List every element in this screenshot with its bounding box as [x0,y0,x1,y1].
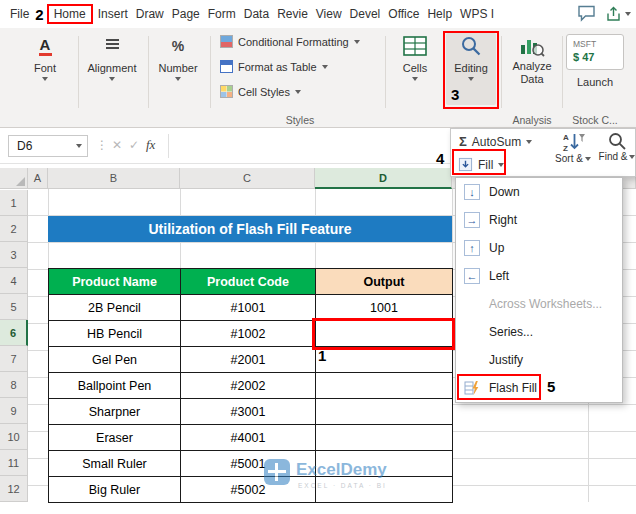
cell-d8[interactable] [315,372,453,399]
row-header-6[interactable]: 6 [0,320,28,346]
cancel-icon[interactable]: ✕ [112,138,122,152]
arrow-down-icon: ↓ [464,184,480,200]
row-header-2[interactable]: 2 [0,216,28,242]
fill-menu-left[interactable]: ← Left [456,262,622,290]
title-banner[interactable]: Utilization of Flash Fill Feature [48,216,452,242]
arrow-right-icon: → [464,212,480,228]
fill-button[interactable]: Fill [458,157,504,172]
autosum-button[interactable]: Σ AutoSum [459,134,532,149]
share-icon [605,6,622,22]
menu-view[interactable]: View [312,7,346,21]
cell-b6[interactable]: HB Pencil [48,320,181,347]
conditional-formatting-button[interactable]: Conditional Formatting [220,35,360,48]
alignment-button[interactable]: Alignment [84,33,140,81]
name-box-dropdown-icon[interactable] [76,144,82,148]
number-button[interactable]: % Number [152,33,204,81]
cell-b10[interactable]: Eraser [48,424,181,451]
cell-c7[interactable]: #2001 [180,346,316,373]
analyze-data-button[interactable]: Analyze Data [504,33,560,85]
menu-wps[interactable]: WPS I [456,7,498,21]
select-all-corner[interactable] [0,168,28,189]
cell-d5[interactable]: 1001 [315,294,453,321]
cell-d6[interactable] [315,320,453,347]
menu-help[interactable]: Help [423,7,456,21]
menu-formulas[interactable]: Form [204,7,240,21]
row-header-1[interactable]: 1 [0,190,28,216]
stock-group-label: Stock C... [558,114,632,126]
share-button[interactable] [605,6,631,22]
row-header-12[interactable]: 12 [0,476,28,502]
table-header-product-code[interactable]: Product Code [180,268,316,295]
find-select-button[interactable]: Find & [595,131,636,162]
divider [168,134,169,158]
cell-c5[interactable]: #1001 [180,294,316,321]
menu-review[interactable]: Revie [273,7,312,21]
autosum-label: AutoSum [472,135,521,149]
menu-insert[interactable]: Insert [94,7,132,21]
menu-page[interactable]: Page [168,7,204,21]
column-header-a[interactable]: A [28,168,48,189]
cell-c6[interactable]: #1002 [180,320,316,347]
cell-b9[interactable]: Sharpner [48,398,181,425]
cell-b12[interactable]: Big Ruler [48,476,181,503]
cell-d10[interactable] [315,424,453,451]
insert-function-button[interactable]: fx [146,137,155,153]
sigma-icon: Σ [459,134,467,149]
row-header-9[interactable]: 9 [0,398,28,424]
cell-b7[interactable]: Gel Pen [48,346,181,373]
row-header-5[interactable]: 5 [0,294,28,320]
fill-menu-right[interactable]: → Right [456,206,622,234]
chevron-down-icon [526,140,532,144]
fill-menu-series-label: Series... [489,325,533,339]
row-header-11[interactable]: 11 [0,450,28,476]
table-header-output[interactable]: Output [315,268,453,295]
sort-filter-button[interactable]: AZ Sort & [551,131,595,164]
cells-button[interactable]: Cells [390,33,440,81]
cell-d12[interactable] [315,476,453,503]
cell-d11[interactable] [315,450,453,477]
menu-office[interactable]: Office [384,7,423,21]
column-header-d[interactable]: D [315,168,452,189]
row-header-10[interactable]: 10 [0,424,28,450]
menu-data[interactable]: Data [240,7,273,21]
fill-menu-up[interactable]: ↑ Up [456,234,622,262]
row-header-3[interactable]: 3 [0,242,28,268]
annotation-step-3: 3 [451,86,459,103]
fill-menu-left-label: Left [489,269,509,283]
menu-developer[interactable]: Devel [346,7,385,21]
launch-button[interactable]: Launch [566,76,624,88]
cell-c9[interactable]: #3001 [180,398,316,425]
column-header-c[interactable]: C [180,168,315,189]
svg-text:A: A [563,133,569,142]
cell-b11[interactable]: Small Ruler [48,450,181,477]
font-button[interactable]: A Font [20,33,70,81]
fill-menu-flash-fill[interactable]: Flash Fill [456,374,622,402]
enter-icon[interactable]: ✓ [129,138,139,152]
menu-file[interactable]: File [6,7,33,21]
cell-d7[interactable] [315,346,453,373]
cell-d9[interactable] [315,398,453,425]
cell-c12[interactable]: #5002 [180,476,316,503]
cell-b5[interactable]: 2B Pencil [48,294,181,321]
row-header-7[interactable]: 7 [0,346,28,372]
fill-menu-justify[interactable]: Justify [456,346,622,374]
stock-quote-card[interactable]: MSFT $ 47 [566,34,624,70]
row-header-4[interactable]: 4 [0,268,28,294]
menu-draw[interactable]: Draw [132,7,168,21]
row-header-8[interactable]: 8 [0,372,28,398]
menu-home[interactable]: Home [47,4,93,24]
font-label: Font [34,62,56,74]
name-box[interactable]: D6 [8,135,88,157]
comment-icon[interactable] [577,5,596,22]
cell-c11[interactable]: #5001 [180,450,316,477]
cell-c8[interactable]: #2002 [180,372,316,399]
cell-b8[interactable]: Ballpoint Pen [48,372,181,399]
table-header-product-name[interactable]: Product Name [48,268,181,295]
column-header-b[interactable]: B [48,168,180,189]
fill-menu-down[interactable]: ↓ Down [456,178,622,206]
fill-menu-series[interactable]: Series... [456,318,622,346]
format-as-table-button[interactable]: Format as Table [220,60,328,73]
cell-c10[interactable]: #4001 [180,424,316,451]
analyze-data-icon [519,34,545,58]
cell-styles-button[interactable]: Cell Styles [220,85,301,98]
